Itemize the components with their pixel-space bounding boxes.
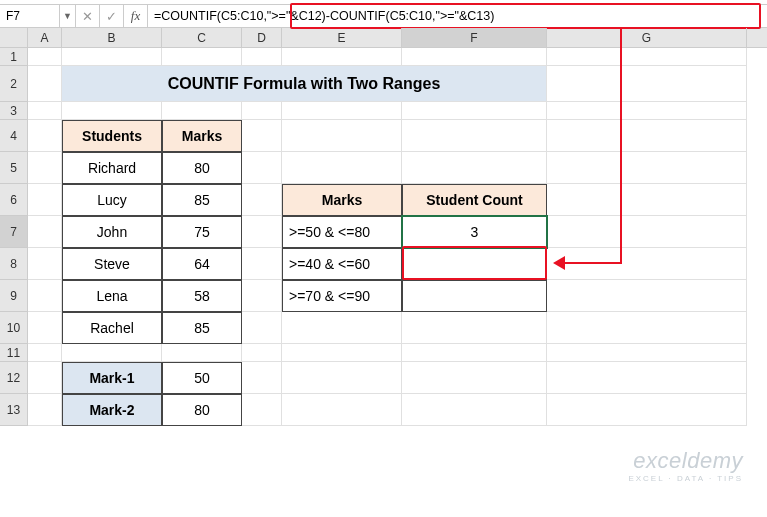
annotation-connector-vertical — [620, 28, 622, 264]
col-header-F[interactable]: F — [402, 28, 547, 47]
row-header-2[interactable]: 2 — [0, 66, 28, 102]
table-cell[interactable]: Lucy — [62, 184, 162, 216]
watermark-brand: exceldemy — [628, 448, 743, 474]
row-header-3[interactable]: 3 — [0, 102, 28, 120]
mark1-value[interactable]: 50 — [162, 362, 242, 394]
annotation-connector-horizontal — [565, 262, 622, 264]
annotation-arrowhead-icon — [553, 256, 565, 270]
mark2-label: Mark-2 — [62, 394, 162, 426]
row-header-1[interactable]: 1 — [0, 48, 28, 66]
col-header-C[interactable]: C — [162, 28, 242, 47]
formula-bar[interactable]: =COUNTIF(C5:C10,">="&C12)-COUNTIF(C5:C10… — [148, 5, 767, 27]
table-cell[interactable]: 64 — [162, 248, 242, 280]
formula-bar-row: F7 ▼ ✕ ✓ fx =COUNTIF(C5:C10,">="&C12)-CO… — [0, 4, 767, 28]
criteria-label[interactable]: >=40 & <=60 — [282, 248, 402, 280]
table-cell[interactable]: 85 — [162, 312, 242, 344]
criteria-label[interactable]: >=70 & <=90 — [282, 280, 402, 312]
criteria-header-marks: Marks — [282, 184, 402, 216]
row-header-8[interactable]: 8 — [0, 248, 28, 280]
row-header-11[interactable]: 11 — [0, 344, 28, 362]
table-cell[interactable]: Richard — [62, 152, 162, 184]
column-headers: A B C D E F G — [0, 28, 767, 48]
col-header-B[interactable]: B — [62, 28, 162, 47]
watermark: exceldemy EXCEL · DATA · TIPS — [628, 448, 743, 483]
table-cell[interactable]: 85 — [162, 184, 242, 216]
students-header-marks: Marks — [162, 120, 242, 152]
name-box-dropdown-icon[interactable]: ▼ — [60, 5, 76, 27]
active-cell-F7[interactable]: 3 — [402, 216, 547, 248]
row-header-13[interactable]: 13 — [0, 394, 28, 426]
table-cell[interactable]: Rachel — [62, 312, 162, 344]
fx-icon[interactable]: fx — [124, 5, 148, 27]
table-cell[interactable]: 58 — [162, 280, 242, 312]
criteria-count[interactable] — [402, 280, 547, 312]
criteria-label[interactable]: >=50 & <=80 — [282, 216, 402, 248]
mark1-label: Mark-1 — [62, 362, 162, 394]
col-header-A[interactable]: A — [28, 28, 62, 47]
name-box[interactable]: F7 — [0, 5, 60, 27]
table-cell[interactable]: Steve — [62, 248, 162, 280]
students-header-name: Students — [62, 120, 162, 152]
row-header-12[interactable]: 12 — [0, 362, 28, 394]
select-all-corner[interactable] — [0, 28, 28, 47]
col-header-G[interactable]: G — [547, 28, 747, 47]
col-header-D[interactable]: D — [242, 28, 282, 47]
page-title: COUNTIF Formula with Two Ranges — [62, 66, 547, 102]
row-header-4[interactable]: 4 — [0, 120, 28, 152]
col-header-E[interactable]: E — [282, 28, 402, 47]
row-header-10[interactable]: 10 — [0, 312, 28, 344]
table-cell[interactable]: 80 — [162, 152, 242, 184]
criteria-header-count: Student Count — [402, 184, 547, 216]
table-cell[interactable]: Lena — [62, 280, 162, 312]
cancel-icon[interactable]: ✕ — [76, 5, 100, 27]
row-header-6[interactable]: 6 — [0, 184, 28, 216]
row-header-9[interactable]: 9 — [0, 280, 28, 312]
row-header-7[interactable]: 7 — [0, 216, 28, 248]
confirm-icon[interactable]: ✓ — [100, 5, 124, 27]
table-cell[interactable]: John — [62, 216, 162, 248]
worksheet-grid: 1 2 COUNTIF Formula with Two Ranges 3 4 … — [0, 48, 767, 426]
watermark-tagline: EXCEL · DATA · TIPS — [628, 474, 743, 483]
mark2-value[interactable]: 80 — [162, 394, 242, 426]
table-cell[interactable]: 75 — [162, 216, 242, 248]
row-header-5[interactable]: 5 — [0, 152, 28, 184]
criteria-count[interactable] — [402, 248, 547, 280]
